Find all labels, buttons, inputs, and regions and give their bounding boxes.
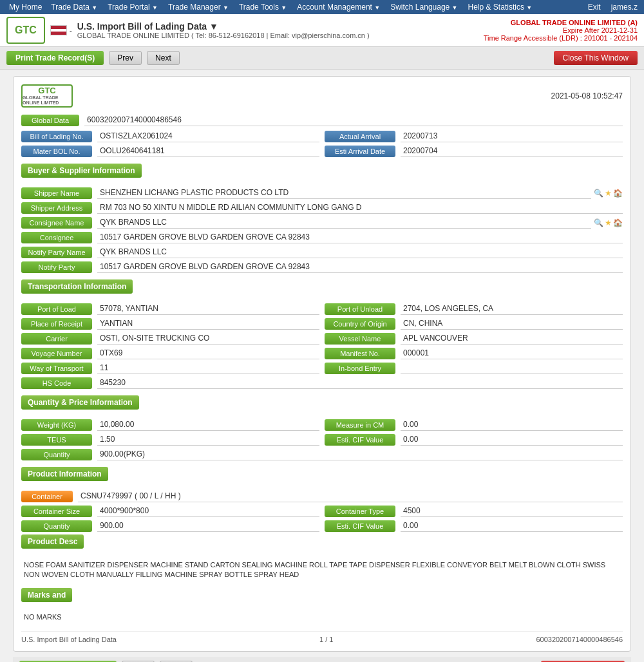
dropdown-arrow[interactable]: ▼ (209, 21, 218, 32)
quantity2-label: Quantity (21, 520, 92, 532)
record-card: GTC GLOBAL TRADE ONLINE LIMITED 2021-05-… (13, 76, 631, 652)
marks-value: NO MARKS (21, 610, 623, 625)
nav-trademanager[interactable]: Trade Manager ▼ (164, 1, 234, 13)
measure-label: Measure in CM (325, 419, 395, 431)
company-name-sub: GLOBAL TRADE ONLINE LIMITED (77, 32, 189, 39)
next-button[interactable]: Next (147, 51, 180, 65)
hs-code-row: HS Code 845230 (21, 377, 623, 389)
container-row: Container CSNU7479997 ( 00 / L / HH ) (21, 490, 623, 502)
esti-arrival-value: 20200704 (401, 145, 623, 157)
quantity2-cif2-row: Quantity 900.00 Esti. CIF Value 0.00 (21, 520, 623, 532)
carrier-vessel-row: Carrier OSTI, ON-SITE TRUCKING CO Vessel… (21, 332, 623, 345)
consignee-name-value: QYK BRANDS LLC (97, 216, 591, 229)
nav-account[interactable]: Account Management ▼ (293, 1, 385, 13)
nav-tradetools[interactable]: Trade Tools ▼ (235, 1, 292, 13)
product-desc-label: Product Desc (21, 534, 84, 549)
esti-cif-col: Esti. CIF Value 0.00 (325, 433, 623, 446)
consignee-search-icon[interactable]: 🔍 (594, 218, 603, 227)
nav-help[interactable]: Help & Statistics ▼ (464, 1, 538, 13)
shipper-search-icon[interactable]: 🔍 (594, 189, 603, 198)
container-type-label: Container Type (325, 506, 395, 517)
shipper-address-value: RM 703 NO 50 XINTU N MIDDLE RD AILIAN CO… (97, 202, 623, 214)
product-section-label: Product Information (21, 467, 108, 481)
notify-party-name-label: Notify Party Name (21, 247, 92, 258)
esti-cif2-label: Esti. CIF Value (325, 520, 395, 532)
logo-area: GTC - U.S. Import Bill of Lading Data ▼ … (6, 17, 370, 44)
mater-bol-col: Mater BOL No. OOLU2640641181 (21, 145, 319, 157)
weight-measure-row: Weight (KG) 10,080.00 Measure in CM 0.00 (21, 419, 623, 431)
teus-value: 1.50 (97, 433, 319, 446)
country-of-origin-value: CN, CHINA (401, 317, 623, 330)
mater-bol-label: Mater BOL No. (21, 146, 92, 157)
product-header: Product Information (21, 467, 623, 486)
esti-cif-value: 0.00 (401, 433, 623, 446)
consignee-home-icon[interactable]: 🏠 (613, 218, 623, 227)
place-of-receipt-col: Place of Receipt YANTIAN (21, 317, 319, 330)
manifest-no-label: Manifest No. (325, 348, 395, 359)
footer-right: 6003202007140000486546 (536, 636, 623, 643)
vessel-name-col: Vessel Name APL VANCOUVER (325, 332, 623, 345)
card-footer: U.S. Import Bill of Lading Data 1 / 1 60… (21, 631, 623, 643)
bol-col: Bill of Lading No. OSTISZLAX2061024 (21, 130, 319, 142)
consignee-name-row: Consignee Name QYK BRANDS LLC 🔍 ★ 🏠 (21, 216, 623, 229)
actual-arrival-label: Actual Arrival (325, 131, 395, 142)
gto-sub-text: GLOBAL TRADE ONLINE LIMITED (23, 95, 71, 105)
bol-label: Bill of Lading No. (21, 131, 92, 142)
weight-col: Weight (KG) 10,080.00 (21, 419, 319, 431)
nav-tradedata[interactable]: Trade Data ▼ (47, 1, 102, 13)
consignee-value: 10517 GARDEN GROVE BLVD GARDEN GROVE CA … (97, 231, 623, 243)
page-title: U.S. Import Bill of Lading Data ▼ (77, 21, 370, 32)
shipper-home-icon[interactable]: 🏠 (613, 189, 623, 198)
shipper-star-icon[interactable]: ★ (605, 189, 612, 198)
container-button[interactable]: Container (21, 491, 73, 502)
port-of-unload-col: Port of Unload 2704, LOS ANGELES, CA (325, 303, 623, 315)
consignee-star-icon[interactable]: ★ (605, 218, 612, 227)
receipt-origin-row: Place of Receipt YANTIAN Country of Orig… (21, 317, 623, 330)
container-size-value: 4000*900*800 (97, 505, 319, 517)
main-content: GTC GLOBAL TRADE ONLINE LIMITED 2021-05-… (0, 70, 644, 662)
bol-row: Bill of Lading No. OSTISZLAX2061024 Actu… (21, 130, 623, 142)
way-of-transport-col: Way of Transport 11 (21, 362, 319, 374)
port-of-unload-value: 2704, LOS ANGELES, CA (401, 303, 623, 315)
footer-center: 1 / 1 (319, 636, 333, 643)
buyer-supplier-section-label: Buyer & Supplier Information (21, 164, 142, 178)
global-data-value: 6003202007140000486546 (84, 114, 623, 126)
print-button[interactable]: Print Trade Record(S) (6, 51, 104, 65)
actual-arrival-col: Actual Arrival 20200713 (325, 130, 623, 142)
carrier-col: Carrier OSTI, ON-SITE TRUCKING CO (21, 332, 319, 345)
gto-logo: GTC GLOBAL TRADE ONLINE LIMITED (21, 84, 73, 108)
port-of-load-col: Port of Load 57078, YANTIAN (21, 303, 319, 315)
marks-header: Marks and (21, 588, 623, 607)
transportation-header: Transportation Information (21, 279, 623, 299)
shipper-address-label: Shipper Address (21, 202, 92, 214)
prev-button[interactable]: Prev (109, 51, 142, 65)
shipper-name-value: SHENZHEN LICHANG PLASTIC PRODUCTS CO LTD (97, 187, 591, 199)
notify-party-name-row: Notify Party Name QYK BRANDS LLC (21, 246, 623, 258)
vessel-name-label: Vessel Name (325, 333, 395, 345)
product-desc-header: Product Desc (21, 534, 623, 554)
container-size-label: Container Size (21, 506, 92, 517)
container-size-type-row: Container Size 4000*900*800 Container Ty… (21, 505, 623, 517)
teus-cif-row: TEUS 1.50 Esti. CIF Value 0.00 (21, 433, 623, 446)
top-navigation: My Home Trade Data ▼ Trade Portal ▼ Trad… (0, 0, 644, 14)
flag-separator: - (70, 26, 72, 34)
nav-exit[interactable]: Exit (584, 1, 605, 13)
close-window-button[interactable]: Close This Window (554, 51, 638, 65)
transport-bond-row: Way of Transport 11 In-bond Entry (21, 362, 623, 374)
nav-myhome[interactable]: My Home (5, 1, 46, 13)
nav-language[interactable]: Switch Language ▼ (386, 1, 462, 13)
nav-tradeportal[interactable]: Trade Portal ▼ (104, 1, 163, 13)
contact-info: Tel: 86-512-69162018 | Email: vip@piersc… (195, 32, 365, 39)
header-subtitle: GLOBAL TRADE ONLINE LIMITED ( Tel: 86-51… (77, 32, 370, 39)
container-size-col: Container Size 4000*900*800 (21, 505, 319, 517)
carrier-value: OSTI, ON-SITE TRUCKING CO (97, 332, 319, 345)
consignee-label: Consignee (21, 232, 92, 243)
container-value: CSNU7479997 ( 00 / L / HH ) (78, 490, 623, 502)
esti-cif-label: Esti. CIF Value (325, 434, 395, 446)
bol-value: OSTISZLAX2061024 (97, 130, 319, 142)
voyage-number-label: Voyage Number (21, 348, 92, 359)
bottom-toolbar: Print Trade Record(S) Prev Next Close Th… (13, 657, 631, 662)
weight-value: 10,080.00 (97, 419, 319, 431)
quantity-header: Quantity & Price Information (21, 395, 623, 415)
port-of-unload-label: Port of Unload (325, 303, 395, 315)
